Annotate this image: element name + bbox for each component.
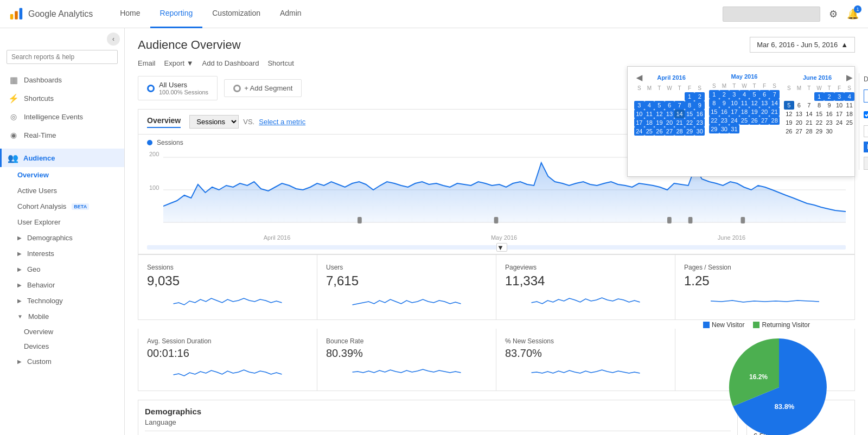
dp-may-10[interactable]: 10	[729, 99, 739, 107]
nav-home[interactable]: Home	[110, 0, 150, 28]
sidebar-sub-active-users[interactable]: Active Users	[0, 183, 124, 199]
dp-june-10[interactable]: 10	[834, 101, 845, 110]
dp-prev-year-highlight[interactable]: Previous year	[864, 142, 868, 152]
dp-start-date-input[interactable]	[864, 89, 868, 103]
dp-may-15[interactable]: 15	[709, 107, 719, 116]
dp-june-4[interactable]: 4	[844, 92, 854, 101]
dp-june-11[interactable]: 11	[844, 101, 854, 110]
sidebar-sub-custom[interactable]: ▶ Custom	[0, 354, 124, 369]
dp-day-26[interactable]: 26	[654, 127, 665, 136]
sidebar-sub-demographics[interactable]: ▶ Demographics	[0, 230, 124, 246]
dp-may-28[interactable]: 28	[769, 116, 780, 125]
dp-compare-start-input[interactable]	[864, 125, 868, 137]
dp-may-1[interactable]: 1	[709, 90, 719, 99]
dp-may-26[interactable]: 26	[749, 116, 760, 125]
dp-june-16[interactable]: 16	[824, 110, 834, 118]
sidebar-item-audience[interactable]: 👥 Audience	[0, 149, 124, 167]
dp-may-18[interactable]: 18	[739, 107, 750, 116]
dp-june-13[interactable]: 13	[794, 110, 805, 118]
shortcut-button[interactable]: Shortcut	[267, 59, 293, 67]
dp-may-8[interactable]: 8	[709, 99, 719, 107]
dp-may-11[interactable]: 11	[739, 99, 750, 107]
dp-june-1[interactable]: 1	[814, 92, 825, 101]
dp-june-19[interactable]: 19	[784, 118, 794, 127]
dp-day-27[interactable]: 27	[665, 127, 675, 136]
dp-day-24[interactable]: 24	[634, 127, 644, 136]
dp-day-28[interactable]: 28	[674, 127, 685, 136]
metric-select[interactable]: Sessions	[189, 115, 239, 129]
dp-may-31[interactable]: 31	[729, 125, 739, 133]
email-button[interactable]: Email	[138, 59, 156, 67]
dp-may-21[interactable]: 21	[769, 107, 780, 116]
dp-day-8[interactable]: 8	[685, 101, 695, 110]
dp-may-25[interactable]: 25	[739, 116, 750, 125]
dp-day-6[interactable]: 6	[665, 101, 675, 110]
dp-may-24[interactable]: 24	[729, 116, 739, 125]
sidebar-sub-user-explorer[interactable]: User Explorer	[0, 214, 124, 230]
sidebar-sub-technology[interactable]: ▶ Technology	[0, 293, 124, 309]
settings-icon[interactable]: ⚙	[827, 8, 840, 21]
dp-day-18[interactable]: 18	[644, 118, 655, 127]
dp-may-27[interactable]: 27	[760, 116, 770, 125]
dp-june-20[interactable]: 20	[794, 118, 805, 127]
sidebar-sub-behavior[interactable]: ▶ Behavior	[0, 277, 124, 293]
dp-june-22[interactable]: 22	[814, 118, 825, 127]
dp-day-21[interactable]: 21	[674, 118, 685, 127]
dp-day-7[interactable]: 7	[674, 101, 685, 110]
dp-june-8[interactable]: 8	[814, 101, 825, 110]
dp-may-5[interactable]: 5	[749, 90, 760, 99]
dp-may-13[interactable]: 13	[760, 99, 770, 107]
chart-range-slider[interactable]: ▼	[147, 245, 846, 250]
dp-day-5[interactable]: 5	[654, 101, 665, 110]
sidebar-collapse-button[interactable]: ‹	[107, 33, 120, 46]
dp-day-9[interactable]: 9	[694, 101, 705, 110]
dp-may-23[interactable]: 23	[719, 116, 730, 125]
dp-day-3[interactable]: 3	[634, 101, 644, 110]
dp-june-15[interactable]: 15	[814, 110, 825, 118]
dp-day-2[interactable]: 2	[694, 92, 705, 101]
dp-day-1[interactable]: 1	[685, 92, 695, 101]
nav-admin[interactable]: Admin	[270, 0, 311, 28]
dp-june-17[interactable]: 17	[834, 110, 845, 118]
add-segment-button[interactable]: + Add Segment	[224, 79, 302, 97]
sidebar-sub-cohort[interactable]: Cohort Analysis BETA	[0, 199, 124, 214]
dp-compare-checkbox[interactable]	[864, 111, 868, 118]
dp-prev-nav[interactable]: ◀	[634, 73, 644, 82]
dp-june-7[interactable]: 7	[804, 101, 814, 110]
sidebar-item-shortcuts[interactable]: ⚡ Shortcuts	[0, 89, 124, 107]
dp-may-4[interactable]: 4	[739, 90, 750, 99]
nav-customization[interactable]: Customization	[202, 0, 270, 28]
dp-may-3[interactable]: 3	[729, 90, 739, 99]
dp-june-25[interactable]: 25	[844, 118, 854, 127]
dp-day-16[interactable]: 16	[694, 110, 705, 118]
export-button[interactable]: Export ▼	[164, 59, 194, 67]
sidebar-sub-overview[interactable]: Overview	[0, 167, 124, 183]
dp-day-29[interactable]: 29	[685, 127, 695, 136]
search-input[interactable]	[7, 50, 118, 64]
dp-may-14[interactable]: 14	[769, 99, 780, 107]
dp-day-30[interactable]: 30	[694, 127, 705, 136]
dp-day-17[interactable]: 17	[634, 118, 644, 127]
dp-june-5[interactable]: 5	[784, 101, 794, 110]
dp-may-2[interactable]: 2	[719, 90, 730, 99]
dp-day-14[interactable]: 14	[674, 110, 685, 118]
dp-june-26[interactable]: 26	[784, 127, 794, 136]
dp-may-7[interactable]: 7	[769, 90, 780, 99]
all-users-segment[interactable]: All Users 100.00% Sessions	[138, 76, 218, 100]
dp-may-30[interactable]: 30	[719, 125, 730, 133]
sidebar-sub-interests[interactable]: ▶ Interests	[0, 246, 124, 261]
dp-june-28[interactable]: 28	[804, 127, 814, 136]
sidebar-mobile-devices[interactable]: Devices	[0, 339, 124, 354]
dp-may-6[interactable]: 6	[760, 90, 770, 99]
dp-day-19[interactable]: 19	[654, 118, 665, 127]
dp-june-3[interactable]: 3	[834, 92, 845, 101]
dp-next-nav[interactable]: ▶	[844, 73, 854, 82]
dp-apply-button[interactable]: Apply	[864, 157, 868, 170]
nav-reporting[interactable]: Reporting	[150, 0, 203, 28]
sidebar-sub-mobile[interactable]: ▼ Mobile	[0, 309, 124, 324]
dp-day-12[interactable]: 12	[654, 110, 665, 118]
dp-june-27[interactable]: 27	[794, 127, 805, 136]
dp-day-22[interactable]: 22	[685, 118, 695, 127]
dp-june-18[interactable]: 18	[844, 110, 854, 118]
dp-may-22[interactable]: 22	[709, 116, 719, 125]
